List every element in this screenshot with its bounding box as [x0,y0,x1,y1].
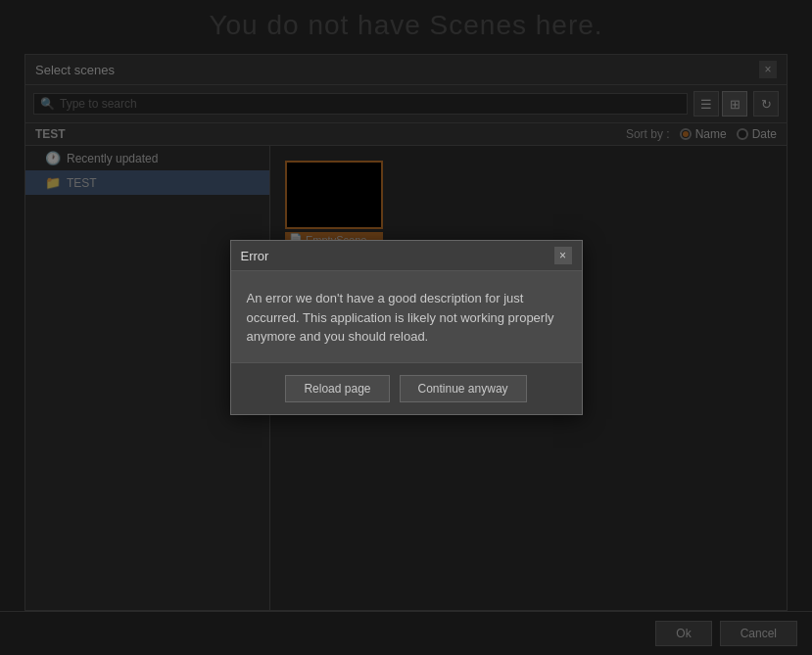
error-body: An error we don't have a good descriptio… [231,271,582,362]
error-actions: Reload page Continue anyway [231,362,582,414]
continue-anyway-button[interactable]: Continue anyway [400,375,527,402]
error-title: Error [241,249,269,263]
error-overlay: Error × An error we don't have a good de… [0,0,812,655]
error-message: An error we don't have a good descriptio… [247,291,554,344]
reload-page-button[interactable]: Reload page [285,375,389,402]
error-header: Error × [231,241,582,271]
error-close-button[interactable]: × [554,247,572,264]
error-dialog: Error × An error we don't have a good de… [230,240,583,415]
